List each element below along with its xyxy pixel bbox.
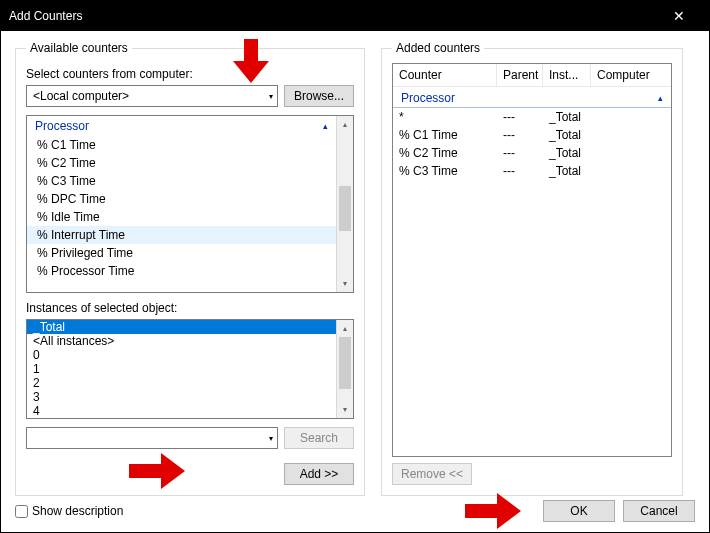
available-counters-group: Available counters Select counters from … [15,41,365,496]
instance-item[interactable]: 0 [27,348,336,362]
show-description-checkbox[interactable]: Show description [15,504,123,518]
instance-item[interactable]: _Total [27,320,336,334]
counter-item[interactable]: % C3 Time [27,172,336,190]
table-row[interactable]: % C3 Time---_Total [393,162,671,180]
table-cell: _Total [543,145,591,161]
table-cell [591,163,671,179]
title-bar: Add Counters ✕ [1,1,709,31]
added-group-header[interactable]: Processor ▴ [393,89,671,108]
browse-button[interactable]: Browse... [284,85,354,107]
select-computer-label: Select counters from computer: [26,67,354,81]
instance-search-input[interactable]: ▾ [26,427,278,449]
table-cell [591,109,671,125]
table-cell: % C1 Time [393,127,497,143]
table-cell: --- [497,163,543,179]
counter-item[interactable]: % Interrupt Time [27,226,336,244]
table-row[interactable]: *---_Total [393,108,671,126]
instances-listbox[interactable]: _Total<All instances>012345 ▴ ▾ [26,319,354,419]
scroll-down-icon[interactable]: ▾ [337,401,353,418]
counter-category-header[interactable]: Processor ▴ [27,116,336,136]
scroll-down-icon[interactable]: ▾ [337,275,353,292]
counter-item[interactable]: % DPC Time [27,190,336,208]
table-cell: --- [497,145,543,161]
search-button[interactable]: Search [284,427,354,449]
remove-button[interactable]: Remove << [392,463,472,485]
show-description-label: Show description [32,504,123,518]
column-header-counter[interactable]: Counter [393,64,497,86]
scroll-up-icon[interactable]: ▴ [337,320,353,337]
computer-select[interactable]: <Local computer> ▾ [26,85,278,107]
computer-select-value: <Local computer> [33,89,129,103]
scroll-up-icon[interactable]: ▴ [337,116,353,133]
instance-item[interactable]: <All instances> [27,334,336,348]
table-cell: --- [497,127,543,143]
ok-button[interactable]: OK [543,500,615,522]
counter-listbox[interactable]: Processor ▴ % C1 Time% C2 Time% C3 Time%… [26,115,354,293]
column-header-computer[interactable]: Computer [591,64,671,86]
table-cell: _Total [543,109,591,125]
close-icon[interactable]: ✕ [656,8,701,24]
instance-item[interactable]: 4 [27,404,336,418]
instances-label: Instances of selected object: [26,301,354,315]
table-cell [591,127,671,143]
column-header-instance[interactable]: Inst... [543,64,591,86]
table-cell: % C2 Time [393,145,497,161]
table-cell: % C3 Time [393,163,497,179]
table-header: CounterParentInst...Computer [393,64,671,87]
scroll-thumb[interactable] [339,337,351,389]
chevron-up-icon: ▴ [323,121,328,131]
cancel-button[interactable]: Cancel [623,500,695,522]
scrollbar[interactable]: ▴ ▾ [336,116,353,292]
table-cell: * [393,109,497,125]
table-row[interactable]: % C1 Time---_Total [393,126,671,144]
counter-item[interactable]: % Privileged Time [27,244,336,262]
table-cell: _Total [543,163,591,179]
table-row[interactable]: % C2 Time---_Total [393,144,671,162]
counter-item[interactable]: % Idle Time [27,208,336,226]
added-legend: Added counters [392,41,484,55]
chevron-down-icon: ▾ [269,92,273,101]
instance-item[interactable]: 3 [27,390,336,404]
add-button[interactable]: Add >> [284,463,354,485]
scroll-thumb[interactable] [339,186,351,231]
added-counters-group: Added counters CounterParentInst...Compu… [381,41,683,496]
column-header-parent[interactable]: Parent [497,64,543,86]
chevron-down-icon: ▾ [269,434,273,443]
show-description-input[interactable] [15,505,28,518]
table-cell [591,145,671,161]
window-title: Add Counters [9,9,82,23]
scrollbar[interactable]: ▴ ▾ [336,320,353,418]
counter-category-label: Processor [35,119,89,133]
table-cell: --- [497,109,543,125]
chevron-up-icon: ▴ [658,93,663,103]
counter-item[interactable]: % C1 Time [27,136,336,154]
instance-item[interactable]: 1 [27,362,336,376]
instance-item[interactable]: 2 [27,376,336,390]
added-table: CounterParentInst...Computer Processor ▴… [392,63,672,457]
available-legend: Available counters [26,41,132,55]
counter-item[interactable]: % Processor Time [27,262,336,280]
table-cell: _Total [543,127,591,143]
counter-item[interactable]: % C2 Time [27,154,336,172]
added-group-label: Processor [401,91,455,105]
